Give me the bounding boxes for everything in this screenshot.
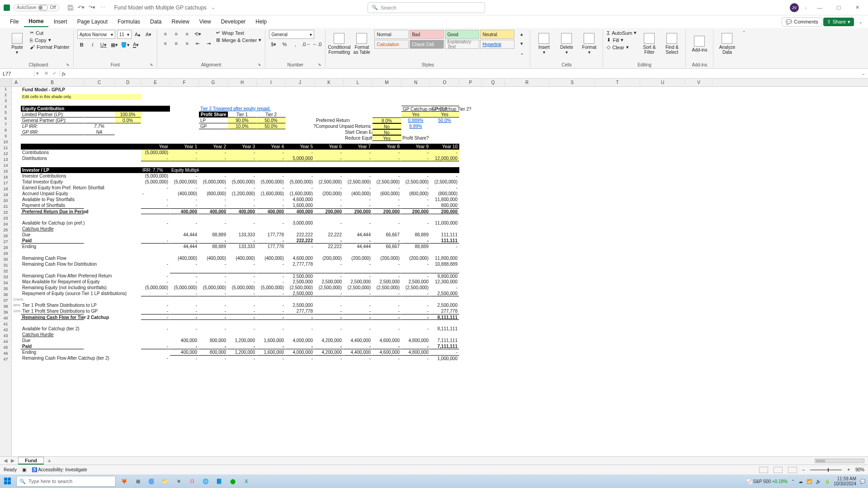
undo-icon[interactable]: ↶▾ xyxy=(77,4,85,12)
align-bot-icon[interactable]: ≡ xyxy=(183,30,192,38)
collapse-ribbon-icon[interactable]: ⌃ xyxy=(741,30,747,67)
task-icon-chrome[interactable]: 🌐 xyxy=(201,476,211,486)
styles-more-icon[interactable]: ⌄ xyxy=(517,49,526,57)
macro-record-icon[interactable]: ▣ xyxy=(22,467,26,472)
shrink-font-icon[interactable]: A▾ xyxy=(144,30,153,38)
tab-insert[interactable]: Insert xyxy=(49,17,72,27)
italic-button[interactable]: I xyxy=(88,41,97,49)
add-sheet-button[interactable]: + xyxy=(47,457,51,465)
fill-color-button[interactable]: 🪣▾ xyxy=(121,41,130,49)
zoom-level[interactable]: 90% xyxy=(855,467,864,472)
minimize-icon[interactable]: — xyxy=(813,3,826,12)
filename[interactable]: Fund Model with Multiple GP catchups xyxy=(114,5,207,11)
tab-nav-next[interactable]: ▶ xyxy=(11,458,14,464)
accessibility-status[interactable]: ♿ Accessibility: Investigate xyxy=(32,467,87,472)
style-explain[interactable]: Explanatory Text xyxy=(445,40,479,49)
stock-widget[interactable]: 📈 S&P 500 +0.18% xyxy=(746,479,788,484)
tray-notifications-icon[interactable]: 💬 xyxy=(860,479,865,484)
task-icon-1[interactable]: 🦊 xyxy=(119,476,129,486)
align-center-icon[interactable]: ≡ xyxy=(172,39,181,47)
cut-button[interactable]: ✂ Cut xyxy=(30,30,70,36)
find-select-button[interactable]: Find & Select xyxy=(662,30,682,58)
task-icon-opera[interactable]: O xyxy=(187,476,197,486)
share-button[interactable]: ⇪ Share ▾ xyxy=(823,18,854,26)
search-input[interactable]: 🔍 Search xyxy=(368,2,485,13)
analyze-data-button[interactable]: Analyze Data xyxy=(717,30,737,58)
tray-battery-icon[interactable]: 🔋 xyxy=(825,479,830,484)
font-size-select[interactable]: 11▾ xyxy=(117,30,132,39)
format-cells-button[interactable]: Format▾ xyxy=(579,30,599,58)
align-right-icon[interactable]: ≡ xyxy=(183,39,192,47)
ribbon-display-icon[interactable]: ⌄ xyxy=(859,19,863,25)
number-format-select[interactable]: General▾ xyxy=(269,30,314,39)
autosave-toggle[interactable]: AutoSave Off xyxy=(14,4,59,11)
underline-button[interactable]: U▾ xyxy=(99,41,108,49)
maximize-icon[interactable]: ▢ xyxy=(832,3,845,12)
fill-button[interactable]: ⬇ Fill ▾ xyxy=(607,37,637,43)
task-icon-5[interactable]: ⬤ xyxy=(228,476,238,486)
task-icon-2[interactable]: ⊞ xyxy=(133,476,143,486)
tray-clock[interactable]: 11:59 AM10/30/2024 xyxy=(834,476,856,486)
select-all-corner[interactable] xyxy=(0,79,11,87)
dec-decimal-icon[interactable]: ←.0 xyxy=(312,40,321,48)
orientation-icon[interactable]: ⟲▾ xyxy=(193,30,203,38)
zoom-out-icon[interactable]: – xyxy=(802,467,805,472)
font-name-select[interactable]: Aptos Narrow▾ xyxy=(77,30,115,39)
tray-sound-icon[interactable]: 🔊 xyxy=(816,479,821,484)
expand-formula-icon[interactable]: ⌄ xyxy=(859,70,868,76)
clear-button[interactable]: ◇ Clear ▾ xyxy=(607,44,637,50)
indent-inc-icon[interactable]: ⇥ xyxy=(204,39,213,47)
addins-button[interactable]: Add-ins xyxy=(689,30,709,58)
tray-wifi-icon[interactable]: 📶 xyxy=(807,479,812,484)
task-icon-excel[interactable]: X xyxy=(241,476,251,486)
indent-dec-icon[interactable]: ⇤ xyxy=(193,39,203,47)
tab-developer[interactable]: Developer xyxy=(217,17,250,27)
sort-filter-button[interactable]: Sort & Filter xyxy=(639,30,659,58)
zoom-slider[interactable] xyxy=(810,469,842,470)
redo-icon[interactable]: ↷▾ xyxy=(88,4,96,12)
comments-button[interactable]: 💬 Comments xyxy=(782,17,822,27)
sheet-tab-fund[interactable]: Fund xyxy=(18,457,44,465)
task-icon-copilot[interactable]: 🌀 xyxy=(146,476,156,486)
styles-down-icon[interactable]: ▾ xyxy=(517,39,526,47)
tab-pagelayout[interactable]: Page Layout xyxy=(73,17,112,27)
delete-cells-button[interactable]: Delete▾ xyxy=(557,30,576,58)
pagelayout-view-icon[interactable] xyxy=(774,467,783,473)
start-button[interactable] xyxy=(3,476,13,486)
cancel-fx-icon[interactable]: ✕ xyxy=(42,70,50,76)
inc-decimal-icon[interactable]: .0→ xyxy=(302,40,311,48)
style-calc[interactable]: Calculation xyxy=(374,40,409,49)
format-painter-button[interactable]: 🖌 Format Painter xyxy=(30,44,70,50)
styles-up-icon[interactable]: ▴ xyxy=(517,30,526,38)
style-hyperlink[interactable]: Hyperlink xyxy=(480,40,514,49)
name-box[interactable]: L77 xyxy=(0,71,34,76)
enter-fx-icon[interactable]: ✓ xyxy=(51,70,58,76)
align-mid-icon[interactable]: ≡ xyxy=(172,30,181,38)
tab-view[interactable]: View xyxy=(195,17,216,27)
grow-font-icon[interactable]: A▴ xyxy=(133,30,142,38)
close-icon[interactable]: ✕ xyxy=(851,3,864,12)
style-bad[interactable]: Bad xyxy=(410,30,444,39)
tab-formulas[interactable]: Formulas xyxy=(113,17,145,27)
taskbar-search[interactable]: 🔍 Type here to search xyxy=(16,476,116,487)
tray-onedrive-icon[interactable]: ☁ xyxy=(798,479,803,484)
accounting-icon[interactable]: $▾ xyxy=(269,40,278,48)
conditional-formatting-button[interactable]: Conditional Formatting xyxy=(329,30,349,58)
tray-chevron-icon[interactable]: ⌃ xyxy=(791,479,795,484)
style-neutral[interactable]: Neutral xyxy=(480,30,514,39)
hscroll[interactable] xyxy=(815,459,864,463)
tab-help[interactable]: Help xyxy=(251,17,271,27)
task-icon-4[interactable]: 📘 xyxy=(214,476,224,486)
comma-icon[interactable]: , xyxy=(291,40,300,48)
fx-icon[interactable]: fx xyxy=(60,71,67,76)
pagebreak-view-icon[interactable] xyxy=(788,467,797,473)
tab-home[interactable]: Home xyxy=(24,16,48,27)
tab-file[interactable]: File xyxy=(5,17,23,27)
copy-button[interactable]: ⎘ Copy ▾ xyxy=(30,37,70,43)
style-check[interactable]: Check Cell xyxy=(410,40,444,49)
coming-soon-icon[interactable]: ⬨ xyxy=(804,5,807,10)
autosum-button[interactable]: Σ AutoSum ▾ xyxy=(607,30,637,36)
normal-view-icon[interactable] xyxy=(759,467,768,473)
column-headers[interactable]: ABCDEFGHIJKLMNOPQRSTUV xyxy=(12,79,868,87)
cell-styles-gallery[interactable]: Normal Bad Good Neutral Calculation Chec… xyxy=(374,30,514,49)
